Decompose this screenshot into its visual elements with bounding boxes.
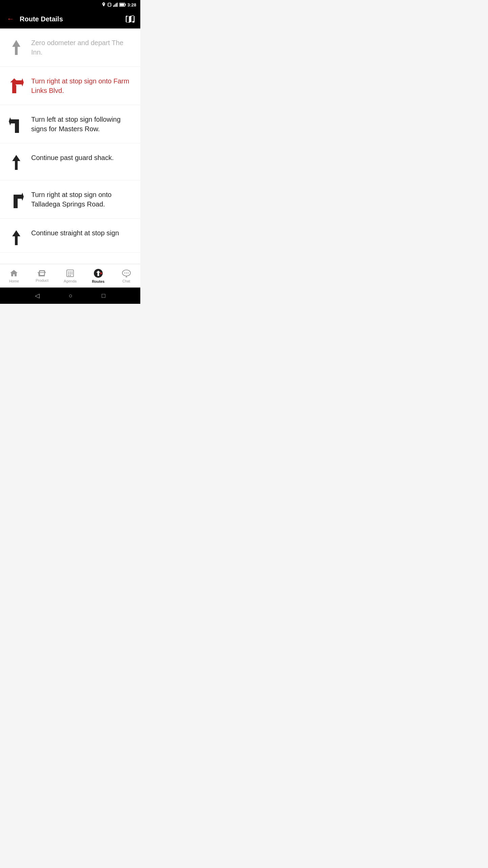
svg-rect-0 bbox=[108, 3, 111, 6]
route-content: Zero odometer and depart The Inn. Turn r… bbox=[0, 28, 140, 264]
route-instruction-3: Turn left at stop sign following signs f… bbox=[31, 115, 134, 134]
svg-rect-32 bbox=[70, 273, 71, 274]
svg-rect-6 bbox=[114, 4, 115, 7]
svg-rect-20 bbox=[15, 119, 19, 124]
routes-icon bbox=[94, 269, 103, 278]
chat-icon bbox=[122, 269, 131, 278]
signal-icon bbox=[113, 3, 118, 7]
svg-marker-19 bbox=[9, 117, 12, 125]
svg-rect-7 bbox=[116, 3, 117, 7]
arrow-left-turn-icon bbox=[9, 116, 24, 134]
route-instruction-1: Zero odometer and depart The Inn. bbox=[31, 38, 134, 57]
route-icon-2 bbox=[7, 76, 26, 94]
arrow-up-icon-2 bbox=[11, 154, 22, 171]
route-row: Continue straight at stop sign bbox=[0, 219, 140, 253]
route-row: Turn left at stop sign following signs f… bbox=[0, 105, 140, 143]
svg-marker-21 bbox=[12, 155, 20, 170]
arrow-up-icon-3 bbox=[11, 230, 22, 246]
nav-label-home: Home bbox=[9, 279, 19, 283]
svg-marker-26 bbox=[12, 230, 20, 245]
home-icon bbox=[9, 269, 18, 278]
agenda-icon bbox=[66, 269, 75, 278]
header: ← Route Details bbox=[0, 9, 140, 28]
svg-point-41 bbox=[126, 272, 127, 273]
status-bar: 3:28 bbox=[0, 0, 140, 9]
svg-rect-22 bbox=[14, 199, 18, 208]
svg-rect-3 bbox=[107, 5, 108, 6]
svg-rect-2 bbox=[111, 4, 111, 4]
svg-point-42 bbox=[127, 272, 128, 273]
route-row: Continue past guard shack. bbox=[0, 143, 140, 180]
route-icon-5 bbox=[7, 190, 26, 209]
arrow-right-turn-icon bbox=[9, 78, 24, 94]
location-icon bbox=[102, 2, 106, 7]
vibrate-icon bbox=[107, 2, 112, 7]
svg-rect-29 bbox=[70, 272, 71, 273]
nav-item-chat[interactable]: Chat bbox=[112, 264, 140, 288]
svg-rect-30 bbox=[72, 272, 73, 273]
svg-rect-11 bbox=[120, 4, 124, 6]
route-row: Turn right at stop sign onto Farm Links … bbox=[0, 67, 140, 105]
nav-label-product: Product bbox=[36, 278, 48, 282]
route-icon-3 bbox=[7, 115, 26, 134]
svg-rect-8 bbox=[117, 3, 118, 7]
svg-rect-25 bbox=[14, 195, 18, 199]
nav-item-routes[interactable]: Routes bbox=[84, 264, 112, 288]
route-icon-4 bbox=[7, 153, 26, 171]
android-back-button[interactable]: ◁ bbox=[35, 292, 40, 299]
svg-rect-35 bbox=[70, 275, 71, 276]
svg-rect-34 bbox=[68, 275, 69, 276]
svg-rect-4 bbox=[111, 5, 111, 6]
android-recent-button[interactable]: □ bbox=[102, 292, 105, 299]
svg-rect-28 bbox=[68, 272, 69, 273]
android-home-button[interactable]: ○ bbox=[69, 292, 73, 299]
back-button[interactable]: ← bbox=[5, 13, 16, 25]
battery-icon bbox=[119, 3, 126, 7]
svg-rect-5 bbox=[113, 5, 114, 7]
nav-item-agenda[interactable]: Agenda bbox=[56, 264, 84, 288]
route-instruction-5: Turn right at stop sign onto Talladega S… bbox=[31, 190, 134, 209]
route-icon-1 bbox=[7, 38, 26, 56]
route-row: Zero odometer and depart The Inn. bbox=[0, 28, 140, 67]
arrow-right-turn-icon-2 bbox=[9, 191, 24, 209]
svg-rect-33 bbox=[72, 273, 73, 274]
svg-rect-1 bbox=[107, 4, 108, 4]
svg-rect-31 bbox=[68, 273, 69, 274]
route-row: Turn right at stop sign onto Talladega S… bbox=[0, 180, 140, 219]
nav-label-chat: Chat bbox=[122, 279, 130, 283]
bottom-nav: Home Product Agenda Routes bbox=[0, 264, 140, 288]
android-nav-bar: ◁ ○ □ bbox=[0, 288, 140, 304]
nav-item-home[interactable]: Home bbox=[0, 264, 28, 288]
nav-label-agenda: Agenda bbox=[64, 279, 77, 283]
page-title: Route Details bbox=[20, 15, 125, 23]
nav-label-routes: Routes bbox=[92, 279, 104, 283]
route-instruction-4: Continue past guard shack. bbox=[31, 153, 134, 162]
status-icons: 3:28 bbox=[102, 2, 136, 7]
route-instruction-2: Turn right at stop sign onto Farm Links … bbox=[31, 76, 134, 95]
nav-item-product[interactable]: Product bbox=[28, 264, 56, 288]
svg-rect-10 bbox=[125, 4, 126, 5]
svg-point-40 bbox=[124, 272, 125, 273]
svg-rect-13 bbox=[12, 85, 16, 93]
svg-rect-17 bbox=[15, 124, 19, 133]
svg-marker-12 bbox=[12, 40, 20, 55]
svg-marker-24 bbox=[21, 193, 24, 201]
svg-marker-16 bbox=[21, 78, 24, 86]
arrow-up-icon bbox=[11, 39, 22, 56]
map-icon[interactable] bbox=[125, 15, 135, 23]
car-icon bbox=[37, 270, 47, 277]
status-time: 3:28 bbox=[127, 2, 136, 7]
route-icon-6 bbox=[7, 228, 26, 246]
route-instruction-6: Continue straight at stop sign bbox=[31, 228, 134, 238]
